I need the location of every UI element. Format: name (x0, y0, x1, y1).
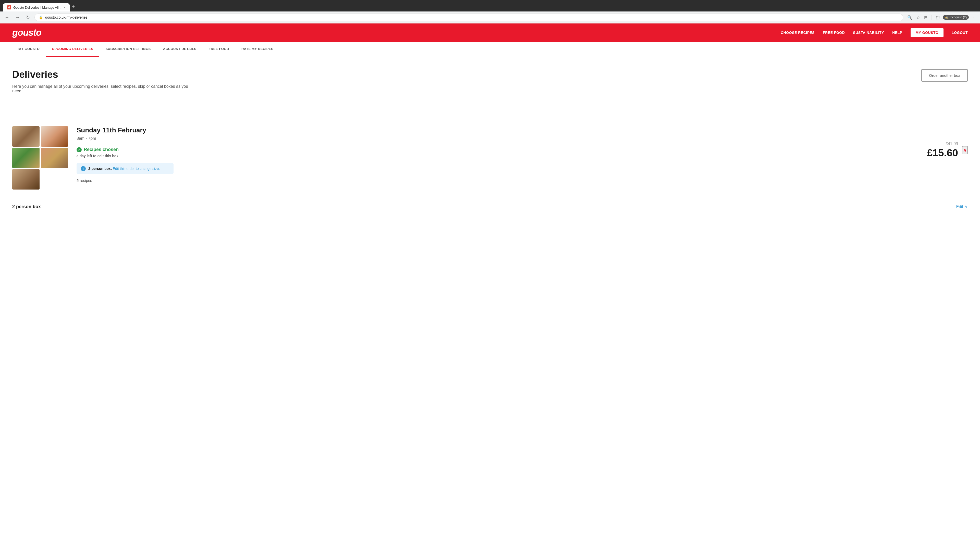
tab-favicon: G (7, 5, 11, 10)
subnav-account-details[interactable]: ACCOUNT DETAILS (157, 42, 203, 57)
pencil-icon: ✎ (965, 205, 968, 209)
new-tab-button[interactable]: + (70, 2, 77, 11)
back-button[interactable]: ← (3, 14, 11, 21)
delivery-date: Sunday 11th February (76, 126, 919, 134)
order-another-button[interactable]: Order another box (921, 69, 968, 82)
box-size-label: 2-person box. (88, 167, 112, 171)
edit-link[interactable]: Edit ✎ (956, 205, 968, 209)
info-box: i 2-person box. Edit this order to chang… (76, 163, 173, 174)
recipes-chosen-status: ✓ Recipes chosen (76, 147, 919, 152)
info-icon: i (81, 166, 86, 171)
recipe-images-grid (12, 126, 68, 189)
gousto-logo[interactable]: gousto (12, 27, 41, 38)
sub-nav: MY GOUSTO UPCOMING DELIVERIES SUBSCRIPTI… (0, 42, 980, 57)
main-content: Deliveries Here you can manage all of yo… (0, 57, 980, 551)
deliveries-text-block: Deliveries Here you can manage all of yo… (12, 69, 191, 106)
address-text: gousto.co.uk/my-deliveries (45, 15, 88, 19)
incognito-icon: 🕵 (945, 16, 948, 19)
nav-choose-recipes[interactable]: CHOOSE RECIPES (781, 30, 815, 35)
more-button[interactable]: ⋮ (971, 14, 977, 21)
page-title: Deliveries (12, 69, 191, 80)
recipe-image-1 (12, 126, 40, 147)
edit-label: Edit (956, 205, 963, 209)
tab-title: Gousto Deliveries | Manage All... (13, 6, 61, 10)
delivery-info: Sunday 11th February 8am - 7pm ✓ Recipes… (76, 126, 919, 183)
nav-logout[interactable]: LOGOUT (952, 30, 968, 35)
recipe-image-5 (12, 169, 40, 189)
forward-button[interactable]: → (14, 14, 21, 21)
address-bar[interactable]: 🔒 gousto.co.uk/my-deliveries (35, 14, 903, 21)
edit-notice: a day left to edit this box (76, 154, 919, 158)
nav-help[interactable]: HELP (892, 30, 902, 35)
browser-chrome: G Gousto Deliveries | Manage All... × + (0, 0, 980, 11)
deliveries-header: Deliveries Here you can manage all of yo… (12, 69, 968, 106)
lock-icon: 🔒 (39, 15, 43, 19)
recipe-image-2 (41, 126, 68, 147)
delivery-card: Sunday 11th February 8am - 7pm ✓ Recipes… (12, 118, 968, 198)
nav-my-gousto[interactable]: MY GOUSTO (911, 28, 944, 37)
profile-button[interactable]: ⬚ (935, 14, 941, 21)
price-block: £41.99 £15.60 (927, 141, 958, 159)
recipes-chosen-label: Recipes chosen (84, 147, 119, 152)
subnav-free-food[interactable]: FREE FOOD (203, 42, 235, 57)
info-box-text: 2-person box. Edit this order to change … (88, 167, 160, 171)
nav-sustainability[interactable]: SUSTAINABILITY (853, 30, 884, 35)
box-type-label: 2 person box (12, 204, 41, 210)
subnav-my-gousto[interactable]: MY GOUSTO (12, 42, 46, 57)
delivery-time: 8am - 7pm (76, 136, 919, 141)
check-icon: ✓ (76, 147, 82, 152)
incognito-label: Incognito (2) (950, 16, 967, 19)
site-header: gousto CHOOSE RECIPES FREE FOOD SUSTAINA… (0, 24, 980, 42)
page-description: Here you can manage all of your upcoming… (12, 84, 191, 94)
active-tab[interactable]: G Gousto Deliveries | Manage All... × (3, 3, 70, 11)
recipes-count: 5 recipes (76, 178, 919, 183)
incognito-badge: 🕵 Incognito (2) (943, 15, 969, 20)
original-price: £41.99 (927, 141, 958, 146)
delivery-price: £41.99 £15.60 ∧ (927, 141, 968, 159)
nav-free-food[interactable]: FREE FOOD (823, 30, 845, 35)
toolbar-icons: 🔍 ☆ ⊞ ⬚ 🕵 Incognito (2) ⋮ (906, 14, 977, 21)
recipe-image-3 (12, 148, 40, 168)
browser-toolbar: ← → ↻ 🔒 gousto.co.uk/my-deliveries 🔍 ☆ ⊞… (0, 11, 980, 24)
extensions-button[interactable]: ⊞ (923, 14, 928, 21)
box-section: 2 person box Edit ✎ (12, 198, 968, 216)
bookmark-button[interactable]: ☆ (915, 14, 921, 21)
tab-close-button[interactable]: × (63, 5, 65, 10)
refresh-button[interactable]: ↻ (24, 14, 32, 21)
current-price: £15.60 (927, 147, 958, 159)
expand-delivery-button[interactable]: ∧ (962, 146, 968, 154)
recipe-image-4 (41, 148, 68, 168)
header-nav: CHOOSE RECIPES FREE FOOD SUSTAINABILITY … (781, 28, 968, 37)
subnav-upcoming-deliveries[interactable]: UPCOMING DELIVERIES (46, 42, 99, 57)
subnav-subscription-settings[interactable]: SUBSCRIPTION SETTINGS (99, 42, 157, 57)
search-icon-button[interactable]: 🔍 (906, 14, 913, 21)
edit-order-link[interactable]: Edit this order to change size. (113, 167, 160, 171)
subnav-rate-recipes[interactable]: RATE MY RECIPES (235, 42, 280, 57)
browser-tabs: G Gousto Deliveries | Manage All... × + (3, 2, 977, 11)
